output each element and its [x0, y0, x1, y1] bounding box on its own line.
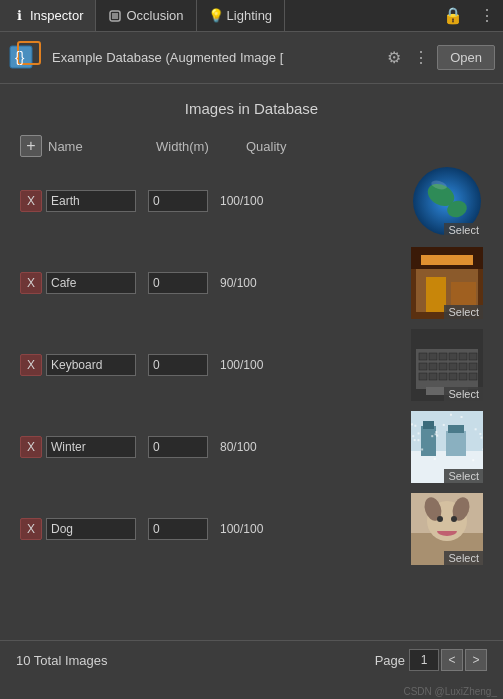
quality-value-1: 100/100 [220, 194, 280, 208]
table-row: X 80/100 Select [16, 407, 487, 487]
prev-page-button[interactable]: < [441, 649, 463, 671]
name-input-5[interactable] [46, 518, 136, 540]
image-thumb-container-4: Select [411, 411, 483, 483]
open-button[interactable]: Open [437, 45, 495, 70]
lock-icon[interactable]: 🔒 [435, 6, 471, 25]
page-input[interactable] [409, 649, 439, 671]
footer: 10 Total Images Page < > [0, 640, 503, 679]
image-rows: X 100/100 Select X 90/100 Select X 100/1… [16, 161, 487, 569]
table-row: X 90/100 Select [16, 243, 487, 323]
col-header-width: Width(m) [156, 139, 246, 154]
watermark: CSDN @LuxiZheng_ [403, 686, 497, 697]
delete-button-1[interactable]: X [20, 190, 42, 212]
main-content: Images in Database + Name Width(m) Quali… [0, 84, 503, 581]
inspector-icon: ℹ [12, 9, 26, 23]
column-headers: + Name Width(m) Quality [16, 135, 487, 157]
toolbar-title: Example Database (Augmented Image [ [52, 50, 379, 65]
image-thumb-container-3: Select [411, 329, 483, 401]
name-input-1[interactable] [46, 190, 136, 212]
select-button-4[interactable]: Select [444, 469, 483, 483]
width-input-5[interactable] [148, 518, 208, 540]
quality-value-3: 100/100 [220, 358, 280, 372]
col-header-quality: Quality [246, 139, 483, 154]
svg-text:{}: {} [15, 49, 25, 65]
width-input-4[interactable] [148, 436, 208, 458]
name-input-2[interactable] [46, 272, 136, 294]
table-row: X 100/100 Select [16, 161, 487, 241]
name-input-3[interactable] [46, 354, 136, 376]
page-label: Page [375, 653, 405, 668]
image-thumb-container-1: Select [411, 165, 483, 237]
add-image-button[interactable]: + [20, 135, 42, 157]
image-thumb-container-2: Select [411, 247, 483, 319]
table-row: X 100/100 Select [16, 325, 487, 405]
section-title: Images in Database [16, 94, 487, 123]
svg-rect-1 [112, 13, 118, 19]
toolbar-menu-icon[interactable]: ⋮ [413, 48, 429, 67]
table-row: X 100/100 Select [16, 489, 487, 569]
width-input-2[interactable] [148, 272, 208, 294]
tab-inspector-label: Inspector [30, 8, 83, 23]
col-header-name: Name [48, 139, 148, 154]
tab-occlusion[interactable]: Occlusion [96, 0, 196, 31]
tab-menu-icon[interactable]: ⋮ [471, 6, 503, 25]
name-input-4[interactable] [46, 436, 136, 458]
total-images-label: 10 Total Images [16, 653, 375, 668]
quality-value-4: 80/100 [220, 440, 280, 454]
select-button-1[interactable]: Select [444, 223, 483, 237]
select-button-3[interactable]: Select [444, 387, 483, 401]
select-button-2[interactable]: Select [444, 305, 483, 319]
delete-button-3[interactable]: X [20, 354, 42, 376]
lighting-icon: 💡 [209, 9, 223, 23]
select-button-5[interactable]: Select [444, 551, 483, 565]
toolbar: {} Example Database (Augmented Image [ ⚙… [0, 32, 503, 84]
delete-button-4[interactable]: X [20, 436, 42, 458]
quality-value-5: 100/100 [220, 522, 280, 536]
tab-lighting[interactable]: 💡 Lighting [197, 0, 286, 31]
toolbar-settings-icon[interactable]: ⚙ [387, 48, 401, 67]
tab-inspector[interactable]: ℹ Inspector [0, 0, 96, 31]
quality-value-2: 90/100 [220, 276, 280, 290]
tab-bar: ℹ Inspector Occlusion 💡 Lighting 🔒 ⋮ [0, 0, 503, 32]
delete-button-2[interactable]: X [20, 272, 42, 294]
width-input-1[interactable] [148, 190, 208, 212]
asset-icon: {} [8, 38, 44, 77]
tab-lighting-label: Lighting [227, 8, 273, 23]
width-input-3[interactable] [148, 354, 208, 376]
next-page-button[interactable]: > [465, 649, 487, 671]
image-thumb-container-5: Select [411, 493, 483, 565]
delete-button-5[interactable]: X [20, 518, 42, 540]
occlusion-icon [108, 9, 122, 23]
tab-occlusion-label: Occlusion [126, 8, 183, 23]
